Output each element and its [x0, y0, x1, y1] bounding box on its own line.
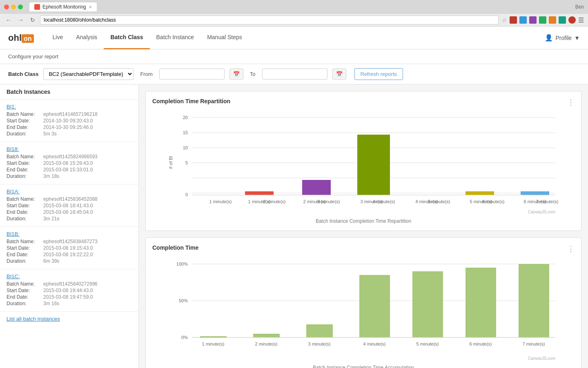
- batch-class-filter-label: Batch Class: [8, 71, 38, 77]
- svg-text:0: 0: [185, 192, 188, 197]
- duration-value: 5m 3s: [43, 131, 57, 137]
- tab-close-icon[interactable]: ✕: [89, 5, 92, 9]
- nav-item-live[interactable]: Live: [46, 27, 70, 49]
- window-user: Ben: [575, 4, 584, 10]
- batch-item-bi1b: BI1B: Batch Name:ephesoft1425838487273 S…: [0, 227, 138, 269]
- chart-section-1: Completion Time Repartition ⋮ 20 15 10 5: [145, 91, 581, 231]
- batch-item-bi1: BI1: Batch Name:ephesoft1414657196218 St…: [0, 100, 138, 142]
- ext-icon-2[interactable]: [519, 16, 527, 24]
- batch-item-bi1a: BI1A: Batch Name:ephesoft1425836452088 S…: [0, 184, 138, 227]
- ext-icon-1[interactable]: [510, 16, 517, 24]
- bar2-5min: [412, 271, 443, 337]
- bar2-6min: [466, 268, 496, 337]
- to-date-input[interactable]: [262, 69, 327, 80]
- ext-icon-5[interactable]: [549, 16, 556, 24]
- bar-7min: [521, 191, 549, 195]
- svg-text:CanvasJS.com: CanvasJS.com: [528, 210, 555, 214]
- start-date-value: 2014-10-30 09:20:43.0: [43, 118, 93, 124]
- tab-title: Ephesoft Monitoring: [42, 4, 86, 10]
- chart2-container: 100% 50% 0%: [152, 256, 575, 363]
- filter-row: Batch Class BC2 (SearchablePDFTemplate) …: [0, 64, 588, 84]
- svg-text:0%: 0%: [181, 335, 188, 340]
- browser-toolbar: ← → ↻ ☆ ☰: [0, 14, 588, 26]
- chart1-title: Completion Time Repartition: [152, 98, 575, 104]
- from-calendar-button[interactable]: 📅: [229, 69, 243, 80]
- svg-text:3 minute(s): 3 minute(s): [308, 341, 330, 346]
- chart1-subtitle: Batch Instance Completion Time Repartiti…: [152, 218, 575, 224]
- browser-titlebar: Ephesoft Monitoring ✕ Ben: [0, 0, 588, 14]
- svg-text:15: 15: [183, 130, 188, 135]
- browser-chrome: Ephesoft Monitoring ✕ Ben ← → ↻ ☆ ☰: [0, 0, 588, 27]
- chart2-title: Completion Time: [152, 244, 575, 251]
- duration-label: Duration:: [7, 131, 43, 137]
- chart2-svg: 100% 50% 0%: [152, 256, 575, 362]
- close-window-button[interactable]: [4, 4, 9, 9]
- app-navbar: ohlon Live Analysis Batch Class Batch In…: [0, 27, 588, 49]
- ext-icon-4[interactable]: [539, 16, 546, 24]
- config-title: Configure your report: [8, 53, 58, 60]
- batch-item-bi18: BI18: Batch Name:ephesoft1425824966593 S…: [0, 142, 138, 184]
- chart-section-2: Completion Time ⋮ 100% 50% 0%: [145, 237, 581, 368]
- menu-icon[interactable]: ☰: [578, 16, 584, 24]
- nav-item-analysis[interactable]: Analysis: [69, 27, 104, 49]
- svg-text:5 minute(s): 5 minute(s): [428, 199, 450, 204]
- end-date-label: End Date:: [7, 124, 43, 130]
- address-bar[interactable]: [40, 16, 499, 24]
- app-logo: ohlon: [8, 33, 34, 42]
- bar2-2min: [253, 334, 280, 337]
- from-date-input[interactable]: [159, 69, 225, 80]
- batch-item-id-bi18[interactable]: BI18:: [7, 146, 132, 152]
- ext-icon-3[interactable]: [529, 16, 537, 24]
- svg-text:# of BI: # of BI: [168, 156, 173, 169]
- start-date-label: Start Date:: [7, 118, 43, 124]
- list-all-batch-instances[interactable]: List all batch instances: [0, 312, 138, 326]
- svg-text:7 minute(s): 7 minute(s): [536, 199, 558, 204]
- chart2-subtitle: Batch Instance Completion Time Accumulat…: [152, 365, 575, 368]
- batch-item-id-bi1a[interactable]: BI1A:: [7, 188, 132, 195]
- profile-menu[interactable]: 👤 Profile ▼: [545, 34, 580, 42]
- svg-text:7 minute(s): 7 minute(s): [522, 341, 545, 346]
- nav-item-batch-instance[interactable]: Batch Instance: [150, 27, 201, 49]
- to-label: To: [250, 71, 256, 77]
- browser-tab[interactable]: Ephesoft Monitoring ✕: [29, 2, 97, 11]
- bar-2min: [245, 191, 274, 195]
- batch-item-id-bi1c[interactable]: BI1C:: [7, 273, 132, 279]
- chart1-svg: 20 15 10 5 0 # of BI: [152, 109, 575, 215]
- svg-text:10: 10: [183, 145, 188, 150]
- minimize-window-button[interactable]: [11, 4, 16, 9]
- batch-instances-title: Batch Instances: [0, 84, 138, 100]
- svg-text:1 minute(s): 1 minute(s): [209, 199, 232, 204]
- chart1-container: 20 15 10 5 0 # of BI: [152, 109, 575, 217]
- end-date-value: 2014-10-30 09:25:46.0: [43, 124, 93, 130]
- ext-icon-7[interactable]: [568, 16, 576, 24]
- profile-icon: 👤: [545, 34, 553, 42]
- nav-item-manual-steps[interactable]: Manual Steps: [200, 27, 249, 49]
- reload-button[interactable]: ↻: [29, 16, 37, 24]
- ext-icon-6[interactable]: [559, 16, 566, 24]
- svg-text:20: 20: [183, 115, 188, 120]
- to-calendar-button[interactable]: 📅: [332, 69, 346, 80]
- chart1-menu-icon[interactable]: ⋮: [567, 98, 575, 107]
- svg-text:5 minute(s): 5 minute(s): [416, 341, 439, 346]
- profile-chevron-icon: ▼: [574, 35, 580, 41]
- svg-text:1 minute(s): 1 minute(s): [202, 341, 224, 346]
- left-panel: Batch Instances BI1: Batch Name:ephesoft…: [0, 84, 139, 368]
- logo-prefix: ohlon: [8, 33, 34, 42]
- forward-button[interactable]: →: [16, 16, 25, 24]
- svg-text:2 minute(s): 2 minute(s): [263, 199, 285, 204]
- back-button[interactable]: ←: [4, 16, 13, 24]
- svg-text:2 minute(s): 2 minute(s): [255, 341, 277, 346]
- maximize-window-button[interactable]: [18, 4, 23, 9]
- svg-text:CanvasJS.com: CanvasJS.com: [528, 356, 555, 361]
- star-icon[interactable]: ☆: [502, 17, 507, 23]
- batch-class-select[interactable]: BC2 (SearchablePDFTemplate): [43, 68, 134, 80]
- bar2-4min: [359, 275, 390, 337]
- window-controls: [4, 4, 23, 9]
- nav-item-batch-class[interactable]: Batch Class: [104, 27, 149, 49]
- batch-item-id-bi1[interactable]: BI1:: [7, 104, 132, 110]
- svg-text:4 minute(s): 4 minute(s): [363, 341, 385, 346]
- refresh-reports-button[interactable]: Refresh reports: [354, 68, 403, 80]
- batch-item-id-bi1b[interactable]: BI1B:: [7, 231, 132, 237]
- chart2-menu-icon[interactable]: ⋮: [567, 244, 575, 253]
- svg-text:5: 5: [185, 160, 188, 165]
